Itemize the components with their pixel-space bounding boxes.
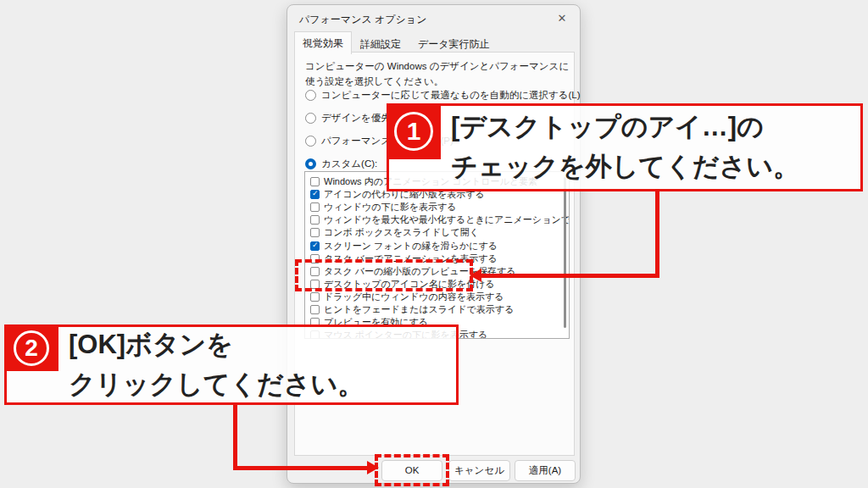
radio-label: カスタム(C): [321, 158, 377, 170]
step2-instruction-text: [OK]ボタンを クリックしてください。 [69, 324, 364, 404]
step2-line1: [OK]ボタンを [69, 324, 364, 364]
listbox-scrollbar[interactable] [562, 175, 567, 335]
radio-icon [305, 136, 316, 147]
apply-button[interactable]: 適用(A) [515, 460, 576, 481]
step1-connector-horizontal-line [480, 274, 659, 278]
step2-connector-horizontal-line [233, 466, 368, 470]
step2-number: 2 [14, 330, 49, 366]
effect-row[interactable]: ウィンドウの下に影を表示する [310, 201, 569, 214]
radio-option-custom[interactable]: カスタム(C): [305, 155, 377, 172]
effect-row[interactable]: ドラッグ中にウィンドウの内容を表示する [310, 291, 569, 303]
checkbox[interactable] [310, 292, 320, 302]
cancel-button[interactable]: キャンセル [448, 460, 510, 481]
checkbox[interactable] [310, 241, 320, 251]
effect-row[interactable]: ヒントをフェードまたはスライドで表示する [310, 303, 569, 316]
highlight-dashed-box-ok-button [375, 454, 449, 486]
step2-badge: 2 [4, 324, 58, 371]
tab-visual-effects[interactable]: 視覚効果 [294, 31, 352, 54]
radio-icon [305, 113, 316, 124]
effect-label: ウィンドウの下に影を表示する [324, 201, 457, 214]
step1-line2: チェックを外してください。 [451, 147, 799, 186]
screenshot-canvas: パフォーマンス オプション ✕ 視覚効果 詳細設定 データ実行防止 コンピュータ… [0, 0, 868, 488]
checkbox[interactable] [310, 228, 320, 237]
step1-connector-vertical-line [655, 191, 659, 278]
effect-label: スクリーン フォントの縁を滑らかにする [324, 240, 498, 252]
effect-label: ウィンドウを最大化や最小化するときにアニメーションで表示する [324, 214, 570, 226]
radio-option-auto[interactable]: コンピューターに応じて最適なものを自動的に選択する(L) [305, 86, 581, 103]
step2-callout-box: 2 [OK]ボタンを クリックしてください。 [4, 324, 459, 405]
scrollbar-thumb[interactable] [564, 177, 566, 328]
dialog-titlebar: パフォーマンス オプション ✕ [287, 5, 580, 30]
effect-label: ヒントをフェードまたはスライドで表示する [324, 303, 514, 316]
tab-data-execution-prevention[interactable]: データ実行防止 [409, 33, 498, 54]
effects-listbox: Windows 内のアニメーション コントロールと要素 アイコンの代わりに縮小版… [304, 171, 570, 339]
step2-connector-vertical-line [233, 404, 237, 470]
checkbox[interactable] [310, 305, 320, 314]
effect-label: ドラッグ中にウィンドウの内容を表示する [324, 291, 504, 303]
radio-icon [305, 158, 316, 169]
checkbox[interactable] [310, 202, 320, 212]
highlight-dashed-box-checkbox [295, 259, 473, 291]
step2-arrowhead-icon [367, 461, 379, 474]
close-icon[interactable]: ✕ [553, 10, 571, 27]
description-text: コンピューターの Windows のデザインとパフォーマンスに使う設定を選択して… [305, 58, 571, 90]
checkbox[interactable] [310, 215, 320, 225]
step1-badge: 1 [387, 103, 441, 159]
step2-line2: クリックしてください。 [69, 364, 364, 404]
step1-instruction-text: [デスクトップのアイ…]の チェックを外してください。 [451, 107, 799, 186]
step1-callout-box: 1 [デスクトップのアイ…]の チェックを外してください。 [387, 103, 863, 191]
step1-number: 1 [394, 112, 433, 151]
effect-row[interactable]: ウィンドウを最大化や最小化するときにアニメーションで表示する [310, 214, 569, 226]
checkbox[interactable] [310, 177, 320, 186]
effect-label: コンボ ボックスをスライドして開く [324, 226, 479, 239]
dialog-title: パフォーマンス オプション [299, 13, 426, 27]
performance-options-dialog: パフォーマンス オプション ✕ 視覚効果 詳細設定 データ実行防止 コンピュータ… [287, 4, 581, 484]
effect-row[interactable]: コンボ ボックスをスライドして開く [310, 226, 569, 239]
tab-advanced[interactable]: 詳細設定 [352, 33, 409, 54]
step1-line1: [デスクトップのアイ…]の [451, 107, 799, 147]
effect-row[interactable]: スクリーン フォントの縁を滑らかにする [310, 239, 569, 252]
checkbox[interactable] [310, 190, 320, 199]
radio-label: コンピューターに応じて最適なものを自動的に選択する(L) [321, 89, 581, 102]
tab-strip: 視覚効果 詳細設定 データ実行防止 [294, 33, 498, 54]
step1-arrowhead-icon [470, 269, 481, 282]
radio-icon [305, 90, 316, 101]
